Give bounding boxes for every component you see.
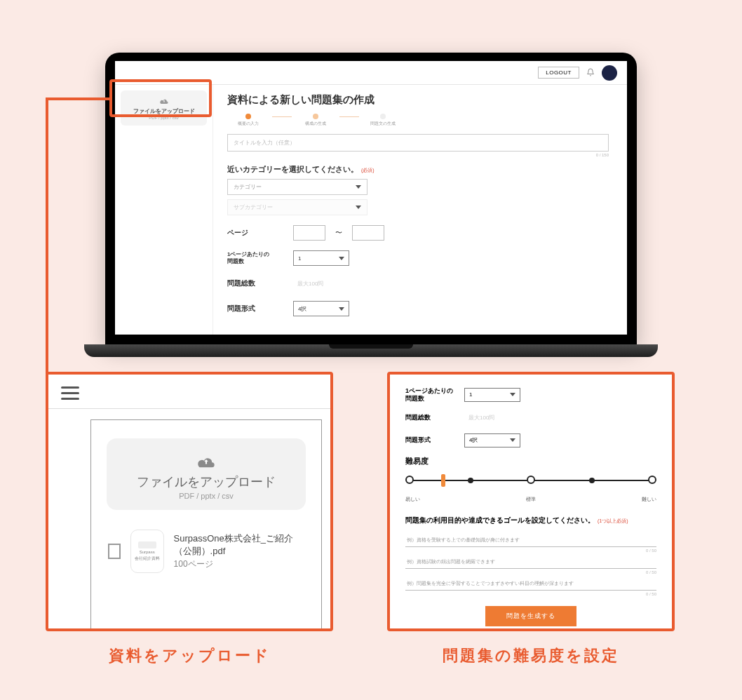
upload-card-big-subtitle: PDF / pptx / csv — [114, 492, 299, 500]
page-range-sep: 〜 — [335, 228, 342, 238]
goal-heading: 問題集の利用目的や達成できるゴールを設定してください。(1つ以上必須) — [405, 516, 656, 525]
goal-input-2[interactable]: 例）資格試験の頻出問題を網羅できます 0 / 50 — [405, 554, 656, 569]
per-page-label: 1ページあたりの 問題数 — [227, 251, 283, 264]
upload-card-title: ファイルをアップロード — [125, 107, 203, 115]
upload-card-big[interactable]: ファイルをアップロード PDF / pptx / csv — [107, 438, 306, 510]
total-count-label: 問題総数 — [227, 278, 283, 288]
title-input[interactable]: タイトルを入力（任意） — [227, 134, 609, 152]
page-to-input[interactable] — [352, 225, 384, 241]
topbar: LOGOUT — [115, 61, 627, 85]
pr-format-label: 問題形式 — [405, 436, 454, 444]
cloud-upload-icon — [196, 454, 216, 469]
cloud-upload-icon — [125, 97, 203, 106]
difficulty-slider[interactable] — [410, 473, 652, 493]
file-name: SurpassOne株式会社_ご紹介（公開）.pdf — [174, 532, 304, 557]
page-title: 資料による新しい問題集の作成 — [227, 93, 609, 107]
pr-per-page-label: 1ページあたりの 問題数 — [405, 387, 454, 403]
main-content: 資料による新しい問題集の作成 概要の入力 構成の生成 問題文の生成 タイトルを入… — [213, 85, 627, 335]
difficulty-scale-labels: 易しい 標準 難しい — [405, 496, 656, 503]
chevron-down-icon — [356, 206, 361, 209]
logout-button[interactable]: LOGOUT — [538, 67, 579, 79]
connector-line-v — [46, 97, 48, 374]
chevron-down-icon — [339, 257, 344, 260]
category-heading: 近いカテゴリーを選択してください。(必須) — [227, 164, 609, 175]
step-1: 概要の入力 — [227, 114, 269, 127]
panel-difficulty: 1ページあたりの 問題数 1 問題総数 最大100問 問題形式 4択 難易度 易… — [387, 372, 675, 631]
bell-icon[interactable] — [586, 67, 595, 79]
pr-per-page-select[interactable]: 1 — [464, 388, 520, 402]
chevron-down-icon — [339, 307, 344, 311]
file-page-count: 100ページ — [174, 558, 304, 570]
app-screen: LOGOUT ファイルをアップロード PDF / pptx / csv — [115, 61, 627, 335]
pr-format-select[interactable]: 4択 — [464, 433, 520, 447]
upload-card-small[interactable]: ファイルをアップロード PDF / pptx / csv — [121, 90, 207, 126]
laptop-base — [84, 344, 658, 357]
chevron-down-icon — [510, 393, 515, 396]
pr-total-display: 最大100問 — [464, 411, 520, 425]
hamburger-icon[interactable] — [61, 383, 79, 403]
chevron-down-icon — [356, 185, 361, 189]
page-range-label: ページ — [227, 228, 283, 238]
format-select[interactable]: 4択 — [293, 301, 349, 316]
generate-button[interactable]: 問題を生成する — [485, 606, 576, 626]
step-2: 構成の生成 — [295, 114, 337, 127]
panel-upload-zoom: ファイルをアップロード PDF / pptx / csv Surpass 会社紹… — [46, 372, 333, 631]
caption-upload: 資料をアップロード — [46, 645, 333, 666]
stepper: 概要の入力 構成の生成 問題文の生成 — [227, 114, 609, 127]
step-3: 問題文の生成 — [362, 114, 404, 127]
upload-card-subtitle: PDF / pptx / csv — [125, 116, 203, 120]
total-count-display: 最大100問 — [293, 276, 349, 291]
per-page-select[interactable]: 1 — [293, 250, 349, 266]
file-thumbnail: Surpass 会社紹介資料 — [130, 530, 164, 573]
difficulty-label: 難易度 — [405, 456, 656, 466]
format-label: 問題形式 — [227, 304, 283, 314]
file-list-item: Surpass 会社紹介資料 SurpassOne株式会社_ご紹介（公開）.pd… — [107, 530, 306, 573]
upload-card-big-title: ファイルをアップロード — [114, 473, 299, 490]
avatar[interactable] — [602, 65, 617, 81]
chevron-down-icon — [510, 438, 515, 442]
subcategory-select[interactable]: サブカテゴリー — [227, 199, 367, 215]
connector-line-h — [46, 97, 112, 100]
pr-total-label: 問題総数 — [405, 414, 454, 422]
sidebar: ファイルをアップロード PDF / pptx / csv — [115, 85, 213, 335]
page-from-input[interactable] — [293, 225, 325, 241]
title-char-counter: 0 / 150 — [227, 153, 609, 157]
goal-input-3[interactable]: 例）問題集を完全に学習することでつまずきやすい科目の理解が深まります 0 / 5… — [405, 576, 656, 591]
category-select[interactable]: カテゴリー — [227, 179, 367, 195]
caption-difficulty: 問題集の難易度を設定 — [387, 645, 675, 666]
file-checkbox[interactable] — [108, 544, 121, 559]
goal-input-1[interactable]: 例）資格を受験する上での基礎知識が身に付きます 0 / 50 — [405, 532, 656, 547]
laptop-mockup: LOGOUT ファイルをアップロード PDF / pptx / csv — [105, 53, 637, 357]
